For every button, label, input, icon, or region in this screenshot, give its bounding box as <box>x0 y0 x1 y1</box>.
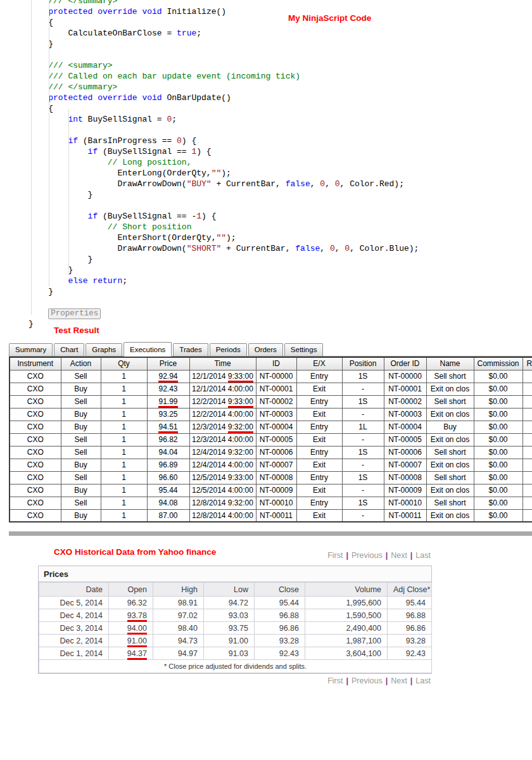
pager-link-previous[interactable]: Previous <box>352 676 383 685</box>
pager-link-previous[interactable]: Previous <box>352 551 383 560</box>
cell-price: 92.43 <box>147 383 189 395</box>
executions-body: CXOSell192.9412/1/2014 9:33:00NT-00000En… <box>10 370 532 522</box>
exec-col-header[interactable]: Position <box>342 357 384 370</box>
tab-chart[interactable]: Chart <box>54 343 84 356</box>
pager-link-first[interactable]: First <box>327 551 343 560</box>
execution-row[interactable]: CXOSell192.9412/1/2014 9:33:00NT-00000En… <box>10 370 532 383</box>
tab-graphs[interactable]: Graphs <box>86 343 122 356</box>
code-keyword: if <box>68 136 78 146</box>
cell-position: 1S <box>342 370 384 383</box>
exec-col-header[interactable]: Time <box>189 357 256 370</box>
execution-row[interactable]: CXOBuy187.0012/8/2014 4:00:00NT-00011Exi… <box>10 509 532 522</box>
code-keyword: void <box>142 93 162 103</box>
cell-open: 91.00 <box>109 635 153 647</box>
prices-row: Dec 4, 201493.7897.0293.0396.881,590,500… <box>39 609 432 622</box>
execution-row[interactable]: CXOBuy196.8912/4/2014 4:00:00NT-00007Exi… <box>10 459 532 471</box>
execution-row[interactable]: CXOSell196.8212/3/2014 4:00:00NT-00005Ex… <box>10 433 532 446</box>
exec-col-header[interactable]: Commission <box>474 357 522 370</box>
cell-rate <box>522 497 532 509</box>
pager-link-last[interactable]: Last <box>415 676 431 685</box>
tab-summary[interactable]: Summary <box>9 343 53 356</box>
exec-col-header[interactable]: R <box>522 357 532 370</box>
exec-col-header[interactable]: Qty <box>101 357 147 370</box>
cell-commission: $0.00 <box>474 497 522 509</box>
code-line: } <box>28 39 529 49</box>
code-text: DrawArrowDown( <box>117 244 186 253</box>
code-text: + CurrentBar, <box>221 244 295 253</box>
exec-col-header[interactable]: ID <box>256 357 296 370</box>
exec-col-header[interactable]: Name <box>426 357 474 370</box>
cell-ex: Entry <box>296 471 342 484</box>
time-clock: 9:33:00 <box>228 397 253 408</box>
tab-orders[interactable]: Orders <box>248 343 283 356</box>
pager-link-next[interactable]: Next <box>391 551 407 560</box>
cell-low: 94.72 <box>204 597 255 609</box>
code-line <box>28 49 529 60</box>
cell-commission: $0.00 <box>474 383 522 395</box>
prices-col-header: Adj Close* <box>388 583 432 597</box>
price-value: 93.25 <box>158 410 177 419</box>
cell-adj-close: 92.43 <box>388 647 432 660</box>
cell-rate <box>522 509 532 522</box>
cell-id: NT-00009 <box>256 484 296 497</box>
prices-col-header: Volume <box>305 583 388 597</box>
cell-order-id: NT-00011 <box>384 509 426 522</box>
pager-link-next[interactable]: Next <box>391 676 407 685</box>
execution-row[interactable]: CXOSell196.6012/5/2014 9:33:00NT-00008En… <box>10 471 532 484</box>
pager-link-first[interactable]: First <box>327 676 343 685</box>
code-comment: // Short position <box>108 222 192 232</box>
indent-guide <box>49 0 49 286</box>
cell-action: Sell <box>61 395 101 408</box>
exec-col-header[interactable]: E/X <box>296 357 342 370</box>
code-keyword: if <box>88 147 98 156</box>
cell-rate <box>522 383 532 395</box>
tab-trades[interactable]: Trades <box>173 343 208 356</box>
execution-row[interactable]: CXOBuy195.4412/5/2014 4:00:00NT-00009Exi… <box>10 484 532 497</box>
exec-col-header[interactable]: Order ID <box>384 357 426 370</box>
cell-close: 93.28 <box>255 635 305 647</box>
code-line <box>28 125 529 136</box>
cell-action: Buy <box>61 484 101 497</box>
prices-panel-title: Prices <box>39 566 431 582</box>
cell-order-id: NT-00002 <box>384 395 426 408</box>
code-keyword: else <box>68 276 87 286</box>
cell-commission: $0.00 <box>474 459 522 471</box>
execution-row[interactable]: CXOBuy194.5112/3/2014 9:32:00NT-00004Ent… <box>10 421 532 433</box>
code-text: } <box>88 255 93 264</box>
execution-row[interactable]: CXOBuy192.4312/1/2014 4:00:00NT-00001Exi… <box>10 383 532 395</box>
exec-col-header[interactable]: Action <box>61 357 101 370</box>
tab-settings[interactable]: Settings <box>284 343 324 356</box>
execution-row[interactable]: CXOSell191.9912/2/2014 9:33:00NT-00002En… <box>10 395 532 408</box>
execution-row[interactable]: CXOSell194.0412/4/2014 9:32:00NT-00006En… <box>10 446 532 459</box>
properties-region-button[interactable]: Properties <box>48 308 101 319</box>
cell-close: 96.86 <box>255 622 305 635</box>
cell-time: 12/5/2014 4:00:00 <box>189 484 256 497</box>
tab-periods[interactable]: Periods <box>210 343 247 356</box>
cell-position: - <box>342 383 384 395</box>
cell-commission: $0.00 <box>474 509 522 522</box>
cell-time: 12/3/2014 4:00:00 <box>189 433 256 446</box>
cell-instrument: CXO <box>10 484 61 497</box>
cell-time: 12/4/2014 4:00:00 <box>189 459 256 471</box>
cell-rate <box>522 370 532 383</box>
horizontal-scrollbar[interactable] <box>9 531 532 536</box>
code-comment: /// <summary> <box>48 61 112 70</box>
cell-action: Sell <box>61 497 101 509</box>
cell-time: 12/4/2014 9:32:00 <box>189 446 256 459</box>
cell-action: Sell <box>61 433 101 446</box>
pager-link-last[interactable]: Last <box>415 551 431 560</box>
tab-executions[interactable]: Executions <box>124 342 172 357</box>
cell-ex: Exit <box>296 459 342 471</box>
execution-row[interactable]: CXOSell194.0812/8/2014 9:32:00NT-00010En… <box>10 497 532 509</box>
execution-row[interactable]: CXOBuy193.2512/2/2014 4:00:00NT-00003Exi… <box>10 408 532 421</box>
cell-action: Buy <box>61 509 101 522</box>
exec-col-header[interactable]: Price <box>147 357 189 370</box>
cell-time: 12/3/2014 9:32:00 <box>189 421 256 433</box>
price-value: 92.43 <box>158 384 177 393</box>
code-text: BuySellSignal = <box>83 115 167 124</box>
exec-col-header[interactable]: Instrument <box>10 357 61 370</box>
code-text: OnBarUpdate() <box>162 93 231 103</box>
cell-price: 94.08 <box>147 497 189 509</box>
code-line: } <box>28 254 529 265</box>
cell-time: 12/1/2014 9:33:00 <box>189 370 256 383</box>
